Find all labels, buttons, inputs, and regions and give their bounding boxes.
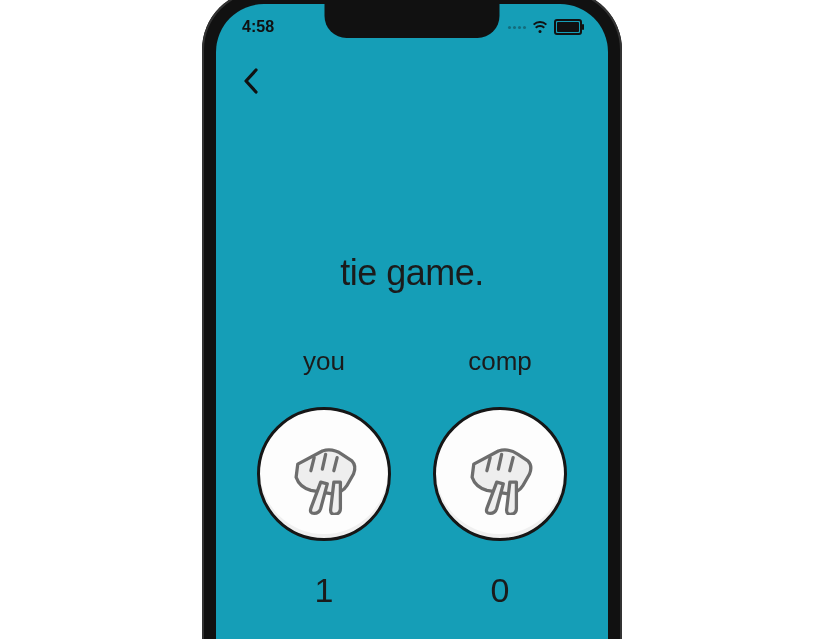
back-button[interactable] [234, 64, 268, 98]
player-comp: comp 0 [433, 346, 567, 610]
cellular-icon [508, 26, 526, 29]
player-you-score: 1 [315, 571, 334, 610]
player-comp-label: comp [468, 346, 532, 377]
notch [325, 4, 500, 38]
player-you-hand[interactable] [257, 407, 391, 541]
player-you: you [257, 346, 391, 610]
nav-bar [234, 64, 268, 98]
status-indicators [508, 19, 582, 35]
player-comp-score: 0 [491, 571, 510, 610]
players-row: you [257, 346, 567, 610]
phone-screen: 4:58 tie game. you [216, 4, 608, 639]
result-text: tie game. [340, 252, 484, 294]
phone-frame: 4:58 tie game. you [202, 0, 622, 639]
battery-icon [554, 19, 582, 35]
player-comp-hand[interactable] [433, 407, 567, 541]
wifi-icon [532, 21, 548, 33]
scissors-icon [283, 433, 365, 515]
chevron-left-icon [243, 68, 259, 94]
scissors-icon [459, 433, 541, 515]
status-time: 4:58 [242, 18, 274, 36]
player-you-label: you [303, 346, 345, 377]
game-area: tie game. you [216, 4, 608, 639]
